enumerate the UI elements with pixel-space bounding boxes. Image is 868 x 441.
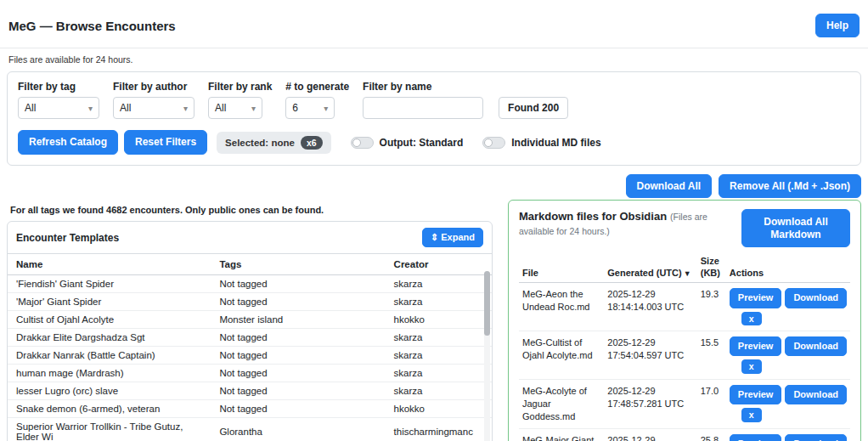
remove-file-button[interactable]: x	[741, 359, 762, 374]
markdown-table-body: MeG-Aeon the Undead Roc.md 2025-12-29 18…	[519, 283, 850, 441]
generated-timestamp: 2025-12-29 18:14:14.003 UTC	[604, 283, 696, 331]
table-row[interactable]: 'Fiendish' Giant Spider Not tagged skarz…	[8, 275, 492, 293]
page-title: MeG — Browse Encounters	[8, 19, 176, 33]
encounter-name: 'Fiendish' Giant Spider	[8, 275, 211, 293]
chevron-down-icon: ▾	[183, 104, 188, 113]
file-name: MeG-Acolyte of Jaguar Goddess.md	[519, 380, 604, 429]
markdown-file-row: MeG-Major Giant Spider.md 2025-12-29 17:…	[519, 428, 850, 441]
encounter-creator: skarza	[386, 347, 492, 365]
generate-count-label: # to generate	[285, 81, 349, 93]
selected-pill: Selected: none x6	[217, 132, 331, 154]
rank-select-value: All	[215, 102, 226, 114]
author-select[interactable]: All ▾	[113, 97, 194, 119]
encounter-creator: hkokko	[386, 400, 492, 418]
filter-group-rank: Filter by rank All ▾	[208, 81, 272, 119]
generate-count-value: 6	[292, 102, 298, 114]
availability-note: Files are available for 24 hours.	[0, 48, 868, 66]
markdown-file-table: File Generated (UTC)▼ Size (KB) Actions …	[519, 251, 850, 441]
reset-filters-button[interactable]: Reset Filters	[124, 130, 207, 154]
left-column: For all tags we found 4682 encounters. O…	[7, 200, 493, 441]
remove-file-button[interactable]: x	[741, 312, 762, 326]
file-actions: Preview Download x	[726, 380, 850, 429]
table-row[interactable]: Cultist of Ojahl Acolyte Monster island …	[8, 311, 492, 329]
encounter-name: 'Major' Giant Spider	[8, 293, 211, 311]
preview-button[interactable]: Preview	[730, 385, 782, 404]
encounter-creator: thischarmingmanc	[386, 418, 492, 441]
file-name: MeG-Major Giant Spider.md	[519, 428, 604, 441]
filter-group-author: Filter by author All ▾	[113, 81, 194, 119]
preview-button[interactable]: Preview	[730, 434, 782, 441]
encounter-name: Drakkar Elite Dargshadza Sgt	[8, 329, 211, 347]
table-row[interactable]: human mage (Mardrash) Not tagged skarza	[8, 365, 492, 382]
table-row[interactable]: Snake demon (6-armed), veteran Not tagge…	[8, 400, 492, 418]
column-header-tags: Tags	[211, 254, 385, 275]
file-name: MeG-Aeon the Undead Roc.md	[519, 283, 604, 331]
download-button[interactable]: Download	[785, 336, 847, 356]
download-all-markdown-button[interactable]: Download All Markdown	[741, 209, 850, 247]
column-header-creator: Creator	[386, 254, 492, 275]
encounter-tags: Not tagged	[211, 329, 385, 347]
app-header: MeG — Browse Encounters Help	[0, 0, 868, 48]
selected-count-badge: x6	[301, 136, 323, 150]
filter-author-label: Filter by author	[113, 81, 194, 93]
name-filter-input[interactable]	[363, 97, 483, 119]
file-name: MeG-Cultist of Ojahl Acolyte.md	[519, 331, 604, 380]
output-standard-toggle[interactable]	[351, 137, 374, 149]
table-row[interactable]: Drakkar Elite Dargshadza Sgt Not tagged …	[8, 329, 492, 347]
column-header-generated[interactable]: Generated (UTC)▼	[604, 251, 696, 283]
sort-desc-icon: ▼	[684, 269, 691, 278]
encounter-name: Snake demon (6-armed), veteran	[8, 400, 211, 418]
encounter-tags: Not tagged	[211, 365, 385, 382]
found-count-badge: Found 200	[499, 97, 568, 119]
preview-button[interactable]: Preview	[730, 288, 782, 308]
file-size: 25.8	[697, 428, 726, 441]
encounter-creator: hkokko	[386, 311, 492, 329]
encounter-name: Superior Warrior Trollkin - Tribe Gutuz,…	[8, 418, 211, 441]
table-row[interactable]: 'Major' Giant Spider Not tagged skarza	[8, 293, 492, 311]
rank-select[interactable]: All ▾	[208, 97, 262, 119]
markdown-files-panel: Markdown files for Obsidian(Files are av…	[508, 200, 861, 441]
markdown-table-header-row: File Generated (UTC)▼ Size (KB) Actions	[519, 251, 850, 283]
encounter-tags: Monster island	[211, 311, 385, 329]
tag-select[interactable]: All ▾	[18, 97, 99, 119]
encounter-tags: Glorantha	[211, 418, 385, 441]
generate-count-select[interactable]: 6 ▾	[285, 97, 335, 119]
column-header-name: Name	[8, 254, 211, 275]
table-row[interactable]: Superior Warrior Trollkin - Tribe Gutuz,…	[8, 418, 492, 441]
column-header-size: Size (KB)	[697, 251, 726, 283]
refresh-catalog-button[interactable]: Refresh Catalog	[18, 130, 118, 154]
output-toggle-group: Output: Standard	[351, 137, 464, 149]
individual-md-files-toggle[interactable]	[482, 137, 505, 149]
download-button[interactable]: Download	[785, 434, 847, 441]
help-button[interactable]: Help	[815, 14, 860, 37]
file-size: 19.3	[697, 283, 726, 331]
table-row[interactable]: Drakkar Nanrak (Battle Captain) Not tagg…	[8, 347, 492, 365]
tag-select-value: All	[25, 102, 36, 114]
filter-group-tag: Filter by tag All ▾	[18, 81, 99, 119]
encounter-tags: Not tagged	[211, 382, 385, 400]
table-scrollbar[interactable]	[484, 271, 490, 441]
expand-icon: ⇕	[431, 232, 438, 242]
encounter-name: lesser Lugro (orc) slave	[8, 382, 211, 400]
file-size: 17.0	[697, 380, 726, 429]
remove-file-button[interactable]: x	[741, 408, 762, 422]
remove-all-button[interactable]: Remove All (.Md + .Json)	[719, 174, 861, 198]
selected-label: Selected: none	[225, 138, 295, 148]
file-actions-row: Preview Download	[730, 336, 847, 356]
encounter-name: Cultist of Ojahl Acolyte	[8, 311, 211, 329]
scrollbar-thumb[interactable]	[484, 271, 490, 336]
preview-button[interactable]: Preview	[730, 336, 782, 356]
filter-row: Filter by tag All ▾ Filter by author All…	[18, 81, 850, 119]
filter-group-name: Filter by name	[363, 81, 483, 119]
file-actions-row: Preview Download	[730, 288, 847, 308]
table-row[interactable]: lesser Lugro (orc) slave Not tagged skar…	[8, 382, 492, 400]
file-actions: Preview Download x	[726, 331, 850, 380]
column-header-file: File	[519, 251, 604, 283]
download-button[interactable]: Download	[785, 288, 847, 308]
generated-timestamp: 2025-12-29 17:48:57.281 UTC	[604, 380, 696, 429]
expand-button[interactable]: ⇕ Expand	[422, 228, 483, 247]
download-all-button[interactable]: Download All	[626, 174, 713, 198]
download-button[interactable]: Download	[785, 385, 847, 404]
toggle-knob	[484, 139, 493, 147]
encounter-creator: skarza	[386, 275, 492, 293]
